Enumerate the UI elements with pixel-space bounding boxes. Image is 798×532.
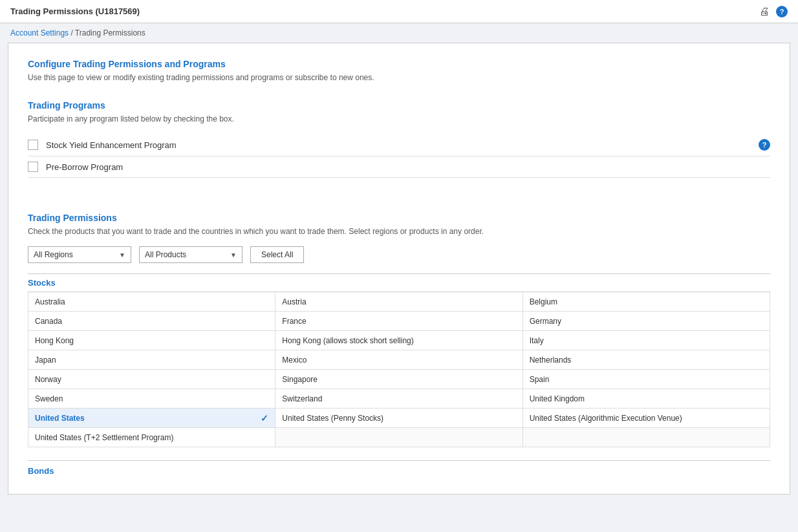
trading-programs-desc: Participate in any program listed below … xyxy=(28,114,770,123)
country-cell[interactable]: Norway xyxy=(28,370,275,389)
country-name: Sweden xyxy=(35,394,63,403)
country-name: United States (T+2 Settlement Program) xyxy=(35,433,173,442)
syep-checkbox[interactable] xyxy=(28,140,38,150)
country-cell[interactable]: Germany xyxy=(523,312,770,331)
country-cell[interactable]: United States (Penny Stocks) xyxy=(275,409,523,428)
main-container: Configure Trading Permissions and Progra… xyxy=(8,43,790,495)
configure-section: Configure Trading Permissions and Progra… xyxy=(28,59,770,82)
trading-permissions-desc: Check the products that you want to trad… xyxy=(28,227,770,236)
check-icon: ✓ xyxy=(261,413,268,423)
country-cell[interactable]: Mexico xyxy=(275,350,523,370)
products-label: All Products xyxy=(145,250,186,259)
pbp-checkbox[interactable] xyxy=(28,162,38,172)
country-cell[interactable]: Netherlands xyxy=(523,350,770,370)
products-dropdown-arrow: ▼ xyxy=(230,251,237,259)
trading-programs: Trading Programs Participate in any prog… xyxy=(28,100,770,178)
bonds-title: Bonds xyxy=(28,460,770,478)
trading-permissions-title: Trading Permissions xyxy=(28,213,770,223)
country-name: Spain xyxy=(530,375,550,384)
country-cell[interactable]: Austria xyxy=(275,292,523,312)
country-cell[interactable] xyxy=(275,428,523,447)
pbp-label: Pre-Borrow Program xyxy=(46,162,770,172)
breadcrumb-account-settings[interactable]: Account Settings xyxy=(10,28,69,37)
trading-programs-title: Trading Programs xyxy=(28,100,770,111)
header: Trading Permissions (U1817569) 🖨 ? xyxy=(0,0,798,23)
syep-label: Stock Yield Enhancement Program xyxy=(46,140,751,150)
regions-label: All Regions xyxy=(34,250,73,259)
header-icons: 🖨 ? xyxy=(759,6,788,17)
breadcrumb: Account Settings / Trading Permissions xyxy=(0,23,798,43)
country-cell[interactable]: Japan xyxy=(28,350,275,370)
regions-dropdown-arrow: ▼ xyxy=(119,251,125,259)
stocks-section: Stocks AustraliaAustriaBelgiumCanadaFran… xyxy=(28,273,770,447)
country-cell[interactable]: Italy xyxy=(523,331,770,350)
country-cell[interactable]: Spain xyxy=(523,370,770,389)
country-name: Italy xyxy=(530,336,544,345)
country-cell[interactable]: Sweden xyxy=(28,389,275,409)
country-name: Japan xyxy=(35,356,56,365)
country-name: Netherlands xyxy=(530,356,572,365)
country-name: United Kingdom xyxy=(530,394,585,403)
country-name: Switzerland xyxy=(282,394,322,403)
country-cell[interactable]: Switzerland xyxy=(275,389,523,409)
country-cell[interactable]: Australia xyxy=(28,292,275,312)
filter-row: All Regions ▼ All Products ▼ Select All xyxy=(28,246,770,263)
page-title: Trading Permissions (U1817569) xyxy=(10,6,140,16)
country-cell[interactable] xyxy=(523,428,770,447)
country-name: Mexico xyxy=(282,356,307,365)
country-name: Belgium xyxy=(530,297,557,306)
country-name: United States (Penny Stocks) xyxy=(282,414,383,423)
country-grid: AustraliaAustriaBelgiumCanadaFranceGerma… xyxy=(28,292,770,447)
trading-permissions-section: Trading Permissions Check the products t… xyxy=(28,213,770,478)
country-cell[interactable]: Belgium xyxy=(523,292,770,312)
select-all-button[interactable]: Select All xyxy=(250,246,304,263)
country-cell[interactable]: Canada xyxy=(28,312,275,331)
country-name: Hong Kong xyxy=(35,336,74,345)
help-icon[interactable]: ? xyxy=(776,6,788,17)
country-name: Canada xyxy=(35,317,62,326)
configure-title: Configure Trading Permissions and Progra… xyxy=(28,59,770,69)
program-row-syep: Stock Yield Enhancement Program ? xyxy=(28,134,770,156)
country-cell[interactable]: Hong Kong (allows stock short selling) xyxy=(275,331,523,350)
country-cell[interactable]: Singapore xyxy=(275,370,523,389)
country-cell[interactable]: United States (Algorithmic Execution Ven… xyxy=(523,409,770,428)
breadcrumb-separator: / xyxy=(69,28,75,37)
stocks-title: Stocks xyxy=(28,273,770,292)
syep-help-icon[interactable]: ? xyxy=(759,139,770,151)
country-cell[interactable]: Hong Kong xyxy=(28,331,275,350)
country-name: United States xyxy=(35,414,85,423)
program-row-pbp: Pre-Borrow Program xyxy=(28,156,770,178)
country-cell[interactable]: United Kingdom xyxy=(523,389,770,409)
country-cell[interactable]: United States✓ xyxy=(28,409,275,428)
country-name: Australia xyxy=(35,297,65,306)
country-name: United States (Algorithmic Execution Ven… xyxy=(530,414,682,423)
products-dropdown[interactable]: All Products ▼ xyxy=(139,246,243,263)
country-name: Hong Kong (allows stock short selling) xyxy=(282,336,413,345)
country-name: France xyxy=(282,317,306,326)
print-icon[interactable]: 🖨 xyxy=(759,6,770,17)
country-name: Austria xyxy=(282,297,306,306)
country-name: Singapore xyxy=(282,375,318,384)
country-name: Norway xyxy=(35,375,61,384)
regions-dropdown[interactable]: All Regions ▼ xyxy=(28,246,131,263)
country-name: Germany xyxy=(530,317,561,326)
configure-desc: Use this page to view or modify existing… xyxy=(28,73,770,82)
country-cell[interactable]: United States (T+2 Settlement Program) xyxy=(28,428,275,447)
breadcrumb-current: Trading Permissions xyxy=(75,28,146,37)
country-cell[interactable]: France xyxy=(275,312,523,331)
